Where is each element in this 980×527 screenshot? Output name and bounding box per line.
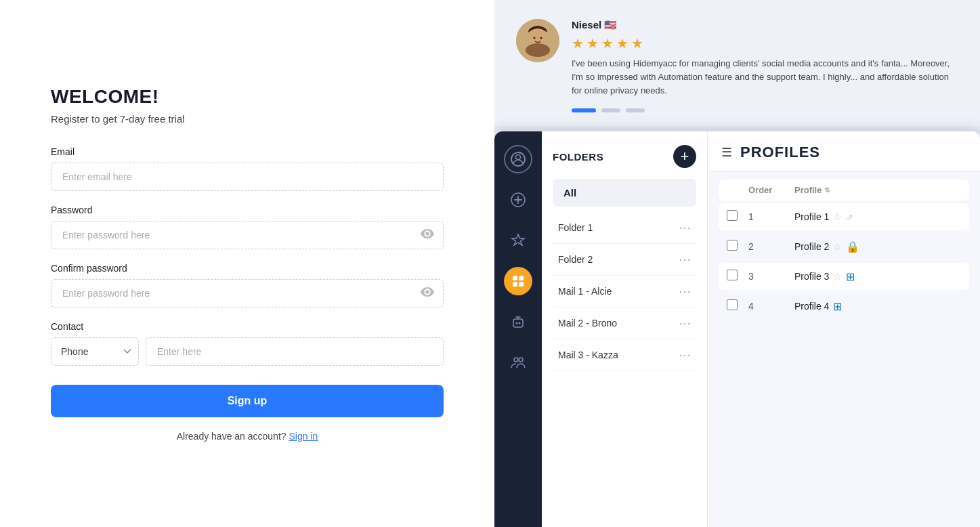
all-folders-button[interactable]: All xyxy=(553,179,696,207)
profiles-panel: ☰ PROFILES Order Profile ⇅ xyxy=(708,131,980,527)
password-field-group: Password xyxy=(51,205,444,249)
profile-order: 2 xyxy=(748,241,789,252)
folder-item[interactable]: Mail 2 - Brono ⋯ xyxy=(553,308,696,339)
confirm-password-label: Confirm password xyxy=(51,263,444,274)
folder-menu-icon[interactable]: ⋯ xyxy=(679,284,691,299)
row-checkbox xyxy=(727,270,743,283)
main-content: FOLDERS + All Folder 1 ⋯ Folder 2 ⋯ Mail… xyxy=(542,131,980,527)
welcome-subtitle: Register to get 7-day free trial xyxy=(51,113,444,125)
password-input-wrapper xyxy=(51,221,444,249)
dot-2[interactable] xyxy=(601,108,620,112)
password-input[interactable] xyxy=(51,221,444,249)
contact-label: Contact xyxy=(51,321,444,332)
testimonial-area: Niesel 🇺🇸 ★ ★ ★ ★ ★ I've been using Hide… xyxy=(494,0,980,126)
folder-name: Folder 2 xyxy=(558,254,593,265)
email-input[interactable] xyxy=(51,163,444,191)
password-toggle-icon[interactable] xyxy=(421,228,434,242)
sidebar-item-add[interactable] xyxy=(504,186,532,214)
svg-rect-11 xyxy=(519,282,524,287)
share-icon[interactable]: ⇗ xyxy=(846,212,853,222)
profile-name: Profile 3 ☆ ⊞ xyxy=(794,270,961,283)
folder-menu-icon[interactable]: ⋯ xyxy=(679,316,691,331)
folder-item[interactable]: Mail 1 - Alcie ⋯ xyxy=(553,276,696,308)
dot-1[interactable] xyxy=(572,108,596,112)
review-text: I've been using Hidemyacc for managing c… xyxy=(572,57,958,98)
svg-rect-10 xyxy=(513,282,517,287)
sort-icon[interactable]: ⇅ xyxy=(824,186,830,194)
contact-value-input[interactable] xyxy=(146,337,444,366)
order-column-header: Order xyxy=(748,185,789,195)
email-label: Email xyxy=(51,146,444,157)
folder-menu-icon[interactable]: ⋯ xyxy=(679,347,691,362)
confirm-password-toggle-icon[interactable] xyxy=(421,286,434,300)
reviewer-name: Niesel 🇺🇸 xyxy=(572,19,958,31)
folder-item[interactable]: Folder 2 ⋯ xyxy=(553,244,696,276)
left-panel: WELCOME! Register to get 7-day free tria… xyxy=(0,0,494,527)
svg-rect-9 xyxy=(519,276,524,280)
stars-row: ★ ★ ★ ★ ★ xyxy=(572,35,958,51)
profile-name: Profile 4 ⊞ xyxy=(794,300,961,313)
contact-field-group: Contact Phone Email Telegram xyxy=(51,321,444,366)
password-label: Password xyxy=(51,205,444,215)
windows-icon: ⊞ xyxy=(846,270,855,283)
app-mockup: FOLDERS + All Folder 1 ⋯ Folder 2 ⋯ Mail… xyxy=(494,131,980,527)
form-container: WELCOME! Register to get 7-day free tria… xyxy=(51,86,444,442)
lock-icon: 🔒 xyxy=(846,240,859,253)
profile-row: 3 Profile 3 ☆ ⊞ xyxy=(719,263,969,290)
profile-3-checkbox[interactable] xyxy=(727,270,738,280)
table-header-row: Order Profile ⇅ xyxy=(719,180,969,201)
star-icon[interactable]: ☆ xyxy=(833,241,842,252)
profiles-title: PROFILES xyxy=(740,144,820,161)
folder-item[interactable]: Folder 1 ⋯ xyxy=(553,212,696,244)
signin-link[interactable]: Sign in xyxy=(289,431,318,442)
profile-4-checkbox[interactable] xyxy=(727,299,738,310)
star-1: ★ xyxy=(572,35,584,51)
windows-icon: ⊞ xyxy=(833,300,842,313)
svg-point-3 xyxy=(534,37,536,39)
sidebar-item-bot[interactable] xyxy=(504,308,532,336)
folder-menu-icon[interactable]: ⋯ xyxy=(679,220,691,235)
dot-3[interactable] xyxy=(626,108,645,112)
contact-type-select[interactable]: Phone Email Telegram xyxy=(51,337,139,366)
add-folder-button[interactable]: + xyxy=(673,145,696,168)
star-2: ★ xyxy=(587,35,599,51)
profile-name: Profile 1 ☆ ⇗ xyxy=(794,211,961,222)
star-icon[interactable]: ☆ xyxy=(833,271,842,282)
star-3: ★ xyxy=(601,35,614,51)
confirm-password-field-group: Confirm password xyxy=(51,263,444,308)
star-icon[interactable]: ☆ xyxy=(833,211,842,222)
sidebar-item-profile[interactable] xyxy=(504,145,532,173)
welcome-title: WELCOME! xyxy=(51,86,444,108)
svg-point-14 xyxy=(519,322,521,324)
right-panel: Niesel 🇺🇸 ★ ★ ★ ★ ★ I've been using Hide… xyxy=(494,0,980,527)
svg-rect-8 xyxy=(513,276,517,280)
signin-prompt-text: Already have an account? xyxy=(177,431,286,442)
email-input-wrapper xyxy=(51,163,444,191)
profile-2-checkbox[interactable] xyxy=(727,240,738,251)
folders-panel: FOLDERS + All Folder 1 ⋯ Folder 2 ⋯ Mail… xyxy=(542,131,708,527)
signin-prompt: Already have an account? Sign in xyxy=(51,431,444,442)
row-checkbox xyxy=(727,210,743,224)
confirm-password-input[interactable] xyxy=(51,279,444,308)
signup-button[interactable]: Sign up xyxy=(51,385,444,417)
row-checkbox xyxy=(727,240,743,253)
svg-rect-12 xyxy=(513,319,523,327)
profile-column-header: Profile ⇅ xyxy=(794,185,961,195)
profile-name: Profile 2 ☆ 🔒 xyxy=(794,240,961,253)
sidebar-item-team[interactable] xyxy=(504,348,532,377)
folder-name: Mail 1 - Alcie xyxy=(558,286,612,297)
star-4: ★ xyxy=(616,35,629,51)
folder-item[interactable]: Mail 3 - Kazza ⋯ xyxy=(553,339,696,371)
folder-menu-icon[interactable]: ⋯ xyxy=(679,252,691,267)
profile-order: 3 xyxy=(748,271,789,282)
sidebar-item-grid[interactable] xyxy=(504,267,532,295)
svg-point-13 xyxy=(516,322,518,324)
menu-icon[interactable]: ☰ xyxy=(721,145,732,160)
star-5: ★ xyxy=(631,35,643,51)
profile-1-checkbox[interactable] xyxy=(727,210,738,221)
folder-name: Mail 3 - Kazza xyxy=(558,350,618,360)
reviewer-avatar xyxy=(516,19,559,62)
sidebar-item-automation[interactable] xyxy=(504,226,532,255)
folder-name: Folder 1 xyxy=(558,222,593,233)
profiles-header: ☰ PROFILES xyxy=(708,131,980,171)
